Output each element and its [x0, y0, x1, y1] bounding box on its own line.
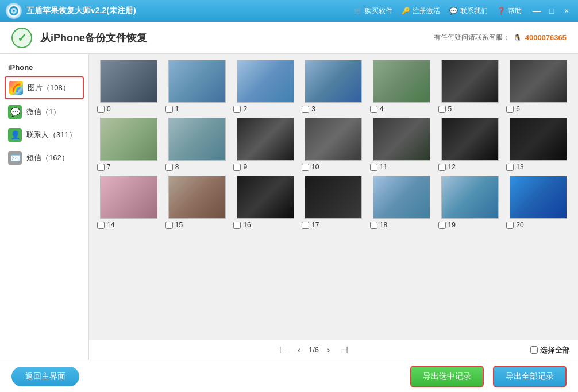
page-title: 从iPhone备份文件恢复	[40, 31, 434, 45]
photo-item-15: 15	[165, 176, 229, 229]
next-page-button[interactable]: ›	[325, 344, 332, 356]
photo-item-14: 14	[97, 176, 161, 229]
photo-label-20: 20	[516, 221, 523, 229]
photo-label-9: 9	[243, 163, 247, 171]
sidebar: iPhone 🌈 图片（108） 💬 微信（1） 👤 联系人（311） ✉️ 短…	[0, 54, 89, 360]
photo-checkbox-13[interactable]	[506, 164, 514, 171]
photo-check-2: 2	[233, 105, 297, 113]
photo-checkbox-15[interactable]	[165, 222, 173, 229]
photo-item-16: 16	[233, 176, 297, 229]
photo-check-17: 17	[302, 221, 365, 229]
photo-checkbox-2[interactable]	[233, 106, 241, 113]
last-page-button[interactable]: ⊣	[338, 343, 350, 356]
select-all-checkbox[interactable]	[530, 346, 538, 354]
photo-label-19: 19	[448, 221, 456, 229]
photo-check-5: 5	[438, 105, 502, 113]
select-all-label: 选择全部	[540, 345, 570, 355]
photo-item-1: 1	[165, 60, 229, 113]
photo-checkbox-8[interactable]	[165, 164, 173, 171]
photo-thumb-10[interactable]	[305, 118, 362, 161]
photo-thumb-6[interactable]	[510, 60, 567, 103]
photo-thumb-17[interactable]	[305, 176, 362, 219]
photo-checkbox-10[interactable]	[302, 164, 309, 171]
photo-checkbox-3[interactable]	[302, 106, 309, 113]
sidebar-item-contacts[interactable]: 👤 联系人（311）	[0, 123, 88, 146]
photo-thumb-3[interactable]	[305, 60, 362, 103]
photo-checkbox-11[interactable]	[370, 164, 377, 171]
photo-checkbox-6[interactable]	[506, 106, 514, 113]
photo-thumb-13[interactable]	[510, 118, 567, 161]
app-title: 互盾苹果恢复大师v2.2(未注册)	[26, 6, 354, 16]
photo-thumb-9[interactable]	[237, 118, 294, 161]
support-info: 有任何疑问请联系客服： 🐧 4000076365	[434, 33, 567, 42]
export-all-button[interactable]: 导出全部记录	[493, 366, 567, 387]
photo-label-17: 17	[311, 221, 319, 229]
prev-page-button[interactable]: ‹	[295, 344, 303, 356]
qq-icon: 🐧	[513, 34, 522, 42]
photo-checkbox-16[interactable]	[233, 222, 241, 229]
photo-thumb-20[interactable]	[510, 176, 567, 219]
photo-checkbox-17[interactable]	[302, 222, 309, 229]
export-selected-button[interactable]: 导出选中记录	[410, 366, 484, 387]
help-btn[interactable]: ❓ 帮助	[497, 6, 522, 16]
first-page-button[interactable]: ⊢	[277, 343, 290, 356]
photo-thumb-11[interactable]	[373, 118, 430, 161]
maximize-button[interactable]: □	[546, 5, 557, 17]
photo-thumb-1[interactable]	[168, 60, 226, 103]
photo-checkbox-0[interactable]	[97, 106, 105, 113]
photo-thumb-2[interactable]	[237, 60, 294, 103]
photo-checkbox-14[interactable]	[97, 222, 105, 229]
photo-check-10: 10	[302, 163, 365, 171]
close-button[interactable]: ×	[561, 5, 572, 17]
buy-software-btn[interactable]: 🛒 购买软件	[354, 6, 392, 16]
header: ✓ 从iPhone备份文件恢复 有任何疑问请联系客服： 🐧 4000076365	[0, 22, 578, 54]
photo-thumb-14[interactable]	[100, 176, 157, 219]
photo-item-20: 20	[506, 176, 570, 229]
photo-thumb-18[interactable]	[373, 176, 430, 219]
register-btn[interactable]: 🔑 注册激活	[402, 6, 440, 16]
sidebar-item-photos[interactable]: 🌈 图片（108）	[5, 76, 84, 99]
photo-thumb-16[interactable]	[237, 176, 294, 219]
photo-thumb-8[interactable]	[168, 118, 226, 161]
photo-checkbox-1[interactable]	[165, 106, 173, 113]
sidebar-item-sms[interactable]: ✉️ 短信（162）	[0, 146, 88, 169]
chat-icon: 💬	[449, 7, 458, 15]
wechat-label: 微信（1）	[26, 107, 60, 117]
photo-checkbox-20[interactable]	[506, 222, 514, 229]
photo-check-18: 18	[370, 221, 434, 229]
photo-checkbox-18[interactable]	[370, 222, 377, 229]
photo-label-1: 1	[175, 105, 179, 113]
photo-checkbox-4[interactable]	[370, 106, 377, 113]
minimize-button[interactable]: —	[531, 5, 542, 17]
contact-us-btn[interactable]: 💬 联系我们	[449, 6, 488, 16]
photo-label-16: 16	[243, 221, 251, 229]
sidebar-item-wechat[interactable]: 💬 微信（1）	[0, 100, 88, 123]
photo-thumb-0[interactable]	[100, 60, 157, 103]
check-mark-icon: ✓	[17, 31, 27, 45]
photo-item-10: 10	[302, 118, 365, 171]
photo-thumb-7[interactable]	[100, 118, 157, 161]
photo-check-1: 1	[165, 105, 229, 113]
photo-check-9: 9	[233, 163, 297, 171]
photo-grid-container: 0 1 2	[89, 54, 578, 339]
back-to-main-button[interactable]: 返回主界面	[11, 367, 79, 386]
photo-label-3: 3	[311, 105, 315, 113]
photo-checkbox-19[interactable]	[438, 222, 446, 229]
photo-thumb-4[interactable]	[373, 60, 430, 103]
photo-thumb-15[interactable]	[168, 176, 226, 219]
photo-check-3: 3	[302, 105, 365, 113]
photo-check-8: 8	[165, 163, 229, 171]
photo-label-15: 15	[175, 221, 183, 229]
photo-checkbox-7[interactable]	[97, 164, 105, 171]
photo-checkbox-5[interactable]	[438, 106, 446, 113]
photo-thumb-19[interactable]	[441, 176, 499, 219]
photo-item-7: 7	[97, 118, 161, 171]
photo-checkbox-9[interactable]	[233, 164, 241, 171]
photo-item-9: 9	[233, 118, 297, 171]
photo-checkbox-12[interactable]	[438, 164, 446, 171]
photo-label-13: 13	[516, 163, 523, 171]
photo-check-19: 19	[438, 221, 502, 229]
photo-thumb-12[interactable]	[441, 118, 499, 161]
cart-icon: 🛒	[354, 7, 363, 15]
photo-thumb-5[interactable]	[441, 60, 499, 103]
